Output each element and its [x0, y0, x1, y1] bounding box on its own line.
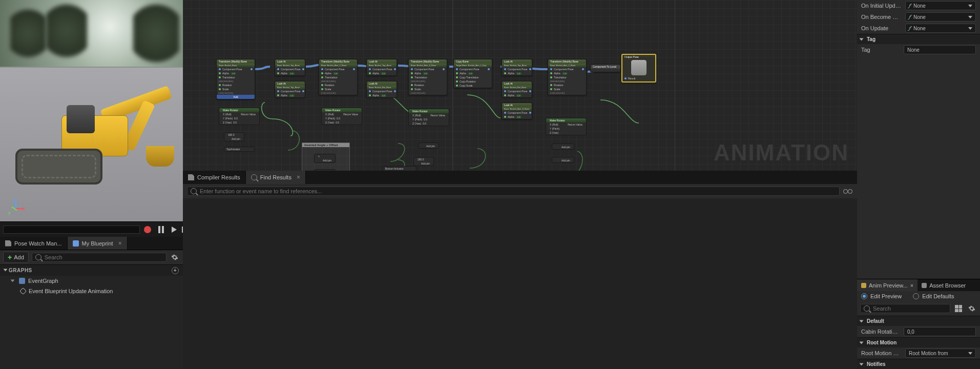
node-make-rotator-3[interactable]: Make Rotator X (Roll)Return Value Y (Pit… — [408, 109, 449, 126]
category-tag[interactable]: Tag — [857, 34, 980, 44]
graph-event-bp-update[interactable]: Event Blueprint Update Animation — [0, 286, 183, 296]
anim-preview-search-input[interactable] — [873, 305, 947, 312]
pose-watch-icon — [5, 240, 11, 247]
node-add-3b[interactable]: 180.0 Add pin — [413, 157, 434, 166]
node-make-rotator-1[interactable]: Make Rotator X (Roll)Return Value Y (Pit… — [219, 108, 260, 125]
tab-label: Pose Watch Man... — [14, 240, 62, 247]
function-icon: 𝑓 — [909, 14, 910, 20]
add-label: Add — [14, 254, 24, 260]
function-icon: 𝑓 — [909, 25, 910, 31]
grid-icon — [955, 305, 962, 312]
graph-watermark: ANIMATION — [714, 140, 849, 166]
node-look-at-2b[interactable]: Look At Bone: Bucket_Bot_Bone Component … — [366, 81, 397, 98]
node-component-to-local[interactable]: Component To Local — [590, 64, 621, 72]
node-transform-modify-2[interactable]: Transform (Modify) Bone Bone: Bucket_Arm… — [319, 59, 358, 95]
pause-button[interactable] — [155, 224, 166, 235]
plus-icon: + — [8, 253, 12, 261]
left-panel-tabs: Pose Watch Man... My Blueprint × — [0, 237, 183, 250]
node-transform-modify-1[interactable]: Transform (Modify) Bone Bone: Bucket_Bon… — [216, 59, 255, 99]
tab-pose-watch[interactable]: Pose Watch Man... — [0, 237, 68, 250]
search-icon — [864, 305, 870, 312]
category-notifies[interactable]: Notifies — [857, 359, 980, 369]
excavator-mesh — [10, 67, 174, 184]
node-look-at-4b[interactable]: Look At Bone: Bucket_Bot_Bone Component … — [502, 81, 532, 98]
node-make-rotator-5[interactable]: Make Rotator X (Roll)Return Value Y (Pit… — [546, 118, 587, 135]
var-bottom-actuator[interactable]: Bottom Actuator — [383, 166, 416, 171]
radio-edit-preview[interactable] — [861, 293, 867, 299]
detail-tag: Tag — [857, 44, 980, 55]
node-look-at-1b[interactable]: Look At Bone: Bucket_Top_Bone Component … — [275, 81, 305, 98]
prop-root-motion-mode: Root Motion M... Root Motion from — [857, 347, 980, 359]
step-button[interactable] — [169, 224, 180, 235]
timeline-scrubber[interactable] — [3, 225, 140, 234]
tab-my-blueprint[interactable]: My Blueprint × — [68, 237, 128, 250]
tab-asset-browser[interactable]: Asset Browser — [918, 279, 970, 291]
combo-on-become-relevant[interactable]: 𝑓 None — [905, 12, 976, 22]
graph-eventgraph[interactable]: EventGraph — [0, 276, 183, 286]
find-input[interactable] — [200, 188, 836, 194]
graphs-category[interactable]: GRAPHS + — [0, 264, 183, 276]
asset-browser-icon — [922, 283, 927, 288]
tab-compiler-results[interactable]: Compiler Results — [183, 171, 246, 184]
search-input[interactable] — [45, 254, 163, 260]
expand-icon — [860, 363, 864, 365]
node-add-3a[interactable]: Add pin — [419, 142, 439, 149]
combo-on-initial-update[interactable]: 𝑓 None — [905, 1, 976, 10]
node-look-at-4a[interactable]: Look At Bone: Bucket_Top_Bone Component … — [502, 59, 532, 76]
node-look-at-2[interactable]: Look At Bone: Bucket_Top_Bone Component … — [366, 59, 397, 76]
node-add-c1[interactable]: × Add pin — [314, 154, 336, 163]
close-icon[interactable]: × — [118, 240, 122, 247]
node-add-c2[interactable]: 1110.0 Add pin — [314, 169, 336, 171]
cabin-rotation-input[interactable] — [904, 327, 976, 336]
anim-graph-canvas[interactable]: ANIMATION — [183, 0, 857, 171]
tab-label: My Blueprint — [82, 240, 113, 247]
add-button[interactable]: + Add — [3, 252, 29, 263]
category-root-motion[interactable]: Root Motion — [857, 337, 980, 347]
gear-icon — [171, 254, 178, 261]
node-transform-modify-3[interactable]: Transform (Modify) Bone Bone: Bucket_Arm… — [408, 59, 447, 95]
edit-mode-row: Edit Preview Edit Defaults — [857, 291, 980, 301]
blueprint-search[interactable] — [32, 253, 166, 262]
view-options-button[interactable] — [953, 303, 964, 314]
node-add-5b[interactable]: Add pin — [552, 157, 574, 163]
node-look-at-4c[interactable]: Look At Bone: Bucket_Arm_3_Bone Componen… — [502, 102, 532, 119]
node-make-rotator-2[interactable]: Make Rotator X (Roll)Return Value Y (Pit… — [321, 108, 362, 125]
gear-icon — [968, 305, 975, 312]
expand-icon — [4, 269, 8, 272]
combo-on-update[interactable]: 𝑓 None — [905, 24, 976, 33]
bottom-panel-tabs: Compiler Results Find Results × — [183, 171, 857, 184]
radio-edit-defaults[interactable] — [913, 293, 919, 299]
search-icon — [251, 174, 257, 180]
category-default[interactable]: Default — [857, 316, 980, 326]
function-icon: 𝑓 — [909, 3, 910, 9]
close-icon[interactable]: × — [910, 282, 913, 289]
combo-root-motion-mode[interactable]: Root Motion from — [905, 348, 976, 358]
pose-runner-icon — [631, 60, 647, 75]
axis-gizmo[interactable]: z x y — [9, 200, 25, 215]
close-icon[interactable]: × — [297, 174, 300, 181]
node-output-pose[interactable]: Output Pose Result — [621, 54, 656, 83]
node-look-at-1[interactable]: Look At Bone: Bucket_Top_Bone Component … — [275, 59, 305, 76]
chevron-down-icon — [968, 16, 972, 18]
record-button[interactable] — [142, 224, 153, 235]
settings-button[interactable] — [967, 303, 977, 314]
add-graph-button[interactable]: + — [172, 267, 179, 274]
node-transform-modify-5[interactable]: Transform (Modify) Bone Bone: Bucket_Arm… — [548, 59, 587, 95]
tab-anim-preview[interactable]: Anim Preview... × — [857, 279, 918, 291]
anim-preview-search[interactable] — [860, 304, 950, 313]
settings-button[interactable] — [170, 252, 180, 262]
preview-viewport[interactable]: z x y — [0, 0, 183, 221]
expand-icon — [860, 38, 864, 40]
tab-find-results[interactable]: Find Results × — [246, 171, 306, 184]
node-add-1[interactable]: 180.0 Add pin — [224, 132, 244, 141]
find-in-blueprints-button[interactable] — [843, 186, 853, 196]
var-top-actuator[interactable]: TopActuator — [224, 147, 255, 152]
node-copy-bone[interactable]: Copy Bone Target Bone: Bucket_Arm_1_Key … — [453, 59, 492, 88]
search-icon — [191, 188, 197, 194]
find-search[interactable] — [187, 187, 840, 196]
step-icon — [172, 227, 177, 233]
binoculars-icon — [843, 188, 852, 195]
node-add-5a[interactable]: Add pin — [552, 144, 574, 150]
tag-input[interactable] — [904, 45, 976, 54]
event-icon — [19, 288, 27, 295]
